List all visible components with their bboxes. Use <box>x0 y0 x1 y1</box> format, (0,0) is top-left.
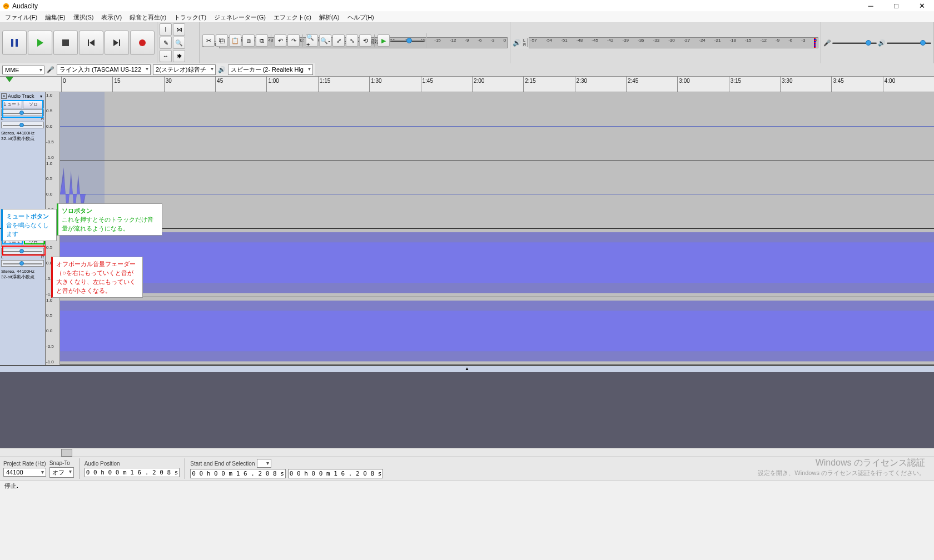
rec-device-combo[interactable]: ライン入力 (TASCAM US-122 <box>57 64 151 75</box>
svg-rect-8 <box>119 39 120 46</box>
hscroll-thumb[interactable] <box>61 449 72 457</box>
timeline-ruler[interactable]: 01530 451:001:15 1:301:452:00 2:152:302:… <box>0 77 934 92</box>
waveform-1-right[interactable] <box>60 161 934 229</box>
zoom-tool-button[interactable]: 🔍 <box>173 37 185 49</box>
maximize-button[interactable]: □ <box>891 1 902 12</box>
waveform-1-left[interactable] <box>60 92 934 161</box>
status-bar: 停止. <box>0 480 934 490</box>
menu-generate[interactable]: ジェネレーター(G) <box>211 12 269 23</box>
solo-button-1[interactable]: ソロ <box>23 100 44 108</box>
gain-fader-2[interactable] <box>1 248 44 254</box>
timeshift-tool-button[interactable]: ↔ <box>160 50 172 62</box>
zoom-toggle-button[interactable]: ⟲ <box>359 34 371 47</box>
transport-toolbar <box>0 22 157 63</box>
selection-tool-button[interactable]: I <box>160 23 172 36</box>
selection-start-value[interactable]: 0 0 h 0 0 m 1 6 . 2 0 8 s <box>190 469 286 478</box>
minimize-button[interactable]: ─ <box>865 1 876 12</box>
menu-edit[interactable]: 編集(E) <box>42 12 68 23</box>
copy-button[interactable]: ⿻ <box>216 34 228 47</box>
annotation-mute: ミュートボタン音を鳴らなくします <box>1 209 57 241</box>
svg-rect-4 <box>62 39 69 46</box>
fit-project-button[interactable]: ⤡ <box>346 34 358 47</box>
stop-button[interactable] <box>53 31 78 55</box>
vscale-1l: 1.00.50.0-0.5-1.0 <box>46 92 60 161</box>
project-rate-label: Project Rate (Hz) <box>3 461 46 467</box>
rec-channels-combo[interactable]: 2(ステレオ)録音チ <box>153 64 215 75</box>
track-panel-1[interactable]: × Audio Track ▾ ミュート ソロ LR Stereo, 44100… <box>0 92 46 228</box>
record-button[interactable] <box>130 31 155 55</box>
play-volume-slider[interactable] <box>887 38 931 47</box>
menu-bar: ファイル(F) 編集(E) 選択(S) 表示(V) 録音と再生(r) トラック(… <box>0 12 934 22</box>
track-close-1[interactable]: × <box>1 93 7 99</box>
lr-label-play: LR <box>522 38 528 47</box>
track-panel-2[interactable]: × パラジウム ▾ ミュート ソロ LR Stereo, 44100Hz32-b… <box>0 229 46 365</box>
menu-view[interactable]: 表示(V) <box>98 12 125 23</box>
selection-mode-combo[interactable] <box>257 459 271 468</box>
gain-fader-1[interactable] <box>1 109 44 116</box>
draw-tool-button[interactable]: ✎ <box>160 37 172 49</box>
menu-help[interactable]: ヘルプ(H) <box>345 12 377 23</box>
selection-end-value[interactable]: 0 0 h 0 0 m 1 6 . 2 0 8 s <box>288 469 384 478</box>
svg-rect-1 <box>11 39 13 47</box>
track-info-2: Stereo, 44100Hz32-bit浮動小数点 <box>1 269 44 280</box>
vscale-2r: 1.00.50.0-0.5-1.0 <box>46 297 60 366</box>
play-device-combo[interactable]: スピーカー (2- Realtek Hig <box>228 64 313 75</box>
skip-end-button[interactable] <box>105 31 129 55</box>
speaker-slider-icon: 🔊 <box>878 39 886 47</box>
envelope-tool-button[interactable]: ⋈ <box>173 23 185 36</box>
menu-tracks[interactable]: トラック(T) <box>171 12 209 23</box>
zoom-in-button[interactable]: 🔍+ <box>306 34 318 47</box>
paste-button[interactable]: 📋 <box>229 34 241 47</box>
playback-meter[interactable]: -57-54-51-48-45-42-39-36-33-30-27-24-21-… <box>529 37 818 48</box>
fit-selection-button[interactable]: ⤢ <box>332 34 345 47</box>
timeline-ticks: 01530 451:001:15 1:301:452:00 2:152:302:… <box>61 77 934 92</box>
annotation-solo: ソロボタンこれを押すとそのトラックだけ音量が流れるようになる。 <box>57 203 162 236</box>
track-collapse-button[interactable]: ▲ <box>0 366 934 372</box>
waveform-2-right[interactable] <box>60 297 934 366</box>
cut-button[interactable]: ✂ <box>202 34 215 47</box>
track-name-1[interactable]: Audio Track <box>8 93 37 99</box>
svg-rect-11 <box>60 242 934 283</box>
zoom-out-button[interactable]: 🔍- <box>319 34 331 47</box>
menu-file[interactable]: ファイル(F) <box>2 12 40 23</box>
play-at-speed-button[interactable]: ▶ <box>377 34 390 47</box>
svg-marker-6 <box>90 39 95 46</box>
silence-button[interactable]: ⧉ <box>256 34 268 47</box>
close-button[interactable]: ✕ <box>916 1 927 12</box>
host-combo[interactable]: MME <box>2 66 44 74</box>
rec-volume-slider[interactable] <box>832 38 877 47</box>
toolbar-area: I ⋈ ✎ 🔍 ↔ ✱ 🎤 LR -57-54-51-48-45-42-39-3… <box>0 22 934 77</box>
trim-button[interactable]: ⧈ <box>242 34 255 47</box>
snap-combo[interactable]: オフ <box>49 467 74 478</box>
waveform-2-left[interactable] <box>60 229 934 297</box>
play-speed-slider[interactable] <box>391 36 424 45</box>
audio-position-value[interactable]: 0 0 h 0 0 m 1 6 . 2 0 8 s <box>85 468 180 477</box>
svg-rect-2 <box>16 39 18 47</box>
skip-start-button[interactable] <box>79 31 103 55</box>
undo-button[interactable]: ↶ <box>274 34 286 47</box>
mixer-toolbar: 🎤 🔊 <box>821 22 934 63</box>
menu-analyze[interactable]: 解析(A) <box>316 12 342 23</box>
svg-marker-7 <box>113 39 118 46</box>
play-device-icon: 🔊 <box>218 66 226 73</box>
project-rate-combo[interactable]: 44100 <box>3 468 46 477</box>
play-meter-toolbar: 🔊 LR -57-54-51-48-45-42-39-36-33-30-27-2… <box>510 22 821 63</box>
pan-fader-1[interactable] <box>1 122 44 128</box>
multi-tool-button[interactable]: ✱ <box>173 50 185 62</box>
track-menu-1[interactable]: ▾ <box>38 94 44 99</box>
horizontal-scrollbar[interactable] <box>0 448 934 457</box>
pause-button[interactable] <box>2 31 27 55</box>
menu-effect[interactable]: エフェクト(c) <box>271 12 314 23</box>
audio-position-label: Audio Position <box>85 461 180 467</box>
menu-select[interactable]: 選択(S) <box>71 12 97 23</box>
pan-fader-2[interactable] <box>1 260 44 267</box>
menu-transport[interactable]: 録音と再生(r) <box>127 12 169 23</box>
status-text: 停止. <box>4 482 18 489</box>
mute-button-1[interactable]: ミュート <box>1 100 22 108</box>
play-button[interactable] <box>28 31 52 55</box>
rec-device-icon: 🎤 <box>47 66 54 73</box>
redo-button[interactable]: ↷ <box>287 34 300 47</box>
playhead-marker[interactable] <box>6 77 13 82</box>
speaker-icon: 🔊 <box>513 39 521 47</box>
selection-toolbar: Project Rate (Hz) 44100 Snap-To オフ Audio… <box>0 457 934 480</box>
